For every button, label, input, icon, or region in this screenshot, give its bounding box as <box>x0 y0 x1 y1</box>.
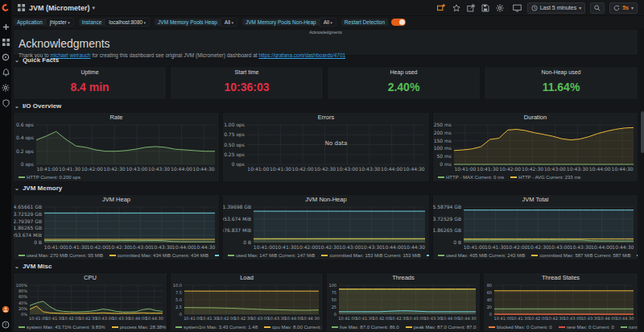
time-range-picker[interactable]: Last 5 minutes <box>527 2 586 14</box>
svg-text:10:43:00: 10:43:00 <box>130 244 151 250</box>
svg-text:10:44:00: 10:44:00 <box>171 166 192 172</box>
svg-text:10:42:30: 10:42:30 <box>390 316 407 321</box>
refresh-picker[interactable]: 5s <box>609 2 638 14</box>
chart-legend: system Max: 43.71% Current: 9.83%process… <box>14 322 167 331</box>
explore-icon[interactable] <box>2 53 10 61</box>
legend-item[interactable]: HTTP - AVG Current: 233 ms <box>510 175 580 180</box>
legend-item[interactable]: system1m Max: 3.43 Current: 1.48 <box>175 325 258 330</box>
variable-value-dropdown[interactable]: jhipster <box>46 18 74 27</box>
row-quick-facts[interactable]: ⌄ Quick Facts <box>14 56 59 64</box>
svg-text:10:43:30: 10:43:30 <box>112 316 130 321</box>
legend-item[interactable]: max Max: 5.119 GiB Current: 5.119 GiB <box>637 253 638 258</box>
legend-item[interactable]: max Max: 1.236 GiB Current: 1.234 GiB <box>427 253 429 258</box>
dashboard-link[interactable]: https://grafana.com/dashboards/4701 <box>258 52 345 58</box>
legend-item[interactable]: live Max: 87.0 Current: 86.0 <box>332 325 399 330</box>
user-avatar[interactable] <box>2 305 10 313</box>
panel-title[interactable]: JVM Total <box>433 195 638 204</box>
svg-text:No data: No data <box>325 140 348 147</box>
svg-text:2.5: 2.5 <box>175 305 182 309</box>
configuration-gear-icon[interactable] <box>2 84 10 92</box>
svg-text:10:42:30: 10:42:30 <box>527 244 549 250</box>
panel-title[interactable]: Rate <box>14 113 219 122</box>
row-io-overview[interactable]: ⌄ I/O Overview <box>14 102 61 110</box>
svg-text:10:41:00: 10:41:00 <box>44 244 66 250</box>
dashboard-title-caret-icon[interactable]: ▾ <box>93 5 96 11</box>
panel-title[interactable]: JVM Non-Heap <box>223 195 429 204</box>
dashboard-title[interactable]: JVM (Micrometer) <box>29 4 90 12</box>
variable-jvm-memory-pools-non-heap[interactable]: JVM Memory Pools Non-Heap All <box>242 18 336 27</box>
panel-title[interactable]: CPU <box>14 273 167 282</box>
legend-item[interactable]: used Max: 270 MiB Current: 95 MiB <box>19 253 103 258</box>
legend-item[interactable]: system Max: 43.71% Current: 9.83% <box>19 325 105 330</box>
panel-threads: Threads 100755025010:41:0010:41:3010:42:… <box>326 272 481 332</box>
legend-item[interactable]: peak Max: 87.0 Current: 87.0 <box>406 325 477 330</box>
server-admin-shield-icon[interactable] <box>2 99 10 107</box>
variable-jvm-memory-pools-heap[interactable]: JVM Memory Pools Heap All <box>155 18 237 27</box>
svg-text:10:43:30: 10:43:30 <box>268 316 286 321</box>
panel-cpu: CPU 100%80%60%40%20%0%10:41:0010:41:3010… <box>13 272 167 332</box>
legend-item[interactable]: runnable Max: 15 Current: 15 <box>621 325 638 330</box>
panel-title[interactable]: Load <box>171 273 323 282</box>
panel-title[interactable]: Acknowledgments <box>14 30 638 35</box>
dashboards-icon[interactable] <box>2 38 10 46</box>
legend-item[interactable]: process Max: 28.38% Current: 3.75% <box>112 325 167 330</box>
legend-item[interactable]: blocked Max: 0 Current: 0 <box>489 325 552 330</box>
panel-title[interactable]: JVM Heap <box>14 195 219 204</box>
time-range-caret-icon <box>579 5 581 10</box>
legend-item[interactable]: HTTP - MAX Current: 0 ms <box>438 175 504 180</box>
legend-item[interactable]: new Max: 0 Current: 0 <box>559 325 614 330</box>
chart-legend: system1m Max: 3.43 Current: 1.48cpu Max:… <box>171 322 323 331</box>
row-jvm-memory[interactable]: ⌄ JVM Memory <box>14 185 62 192</box>
scrollbar-thumb[interactable] <box>641 111 644 153</box>
variable-value-dropdown[interactable]: All <box>320 18 336 27</box>
panel-title[interactable]: Non-Heap used <box>485 69 638 75</box>
panel-title[interactable]: Uptime <box>14 69 166 75</box>
legend-item[interactable]: used Max: 405 MiB Current: 243 MiB <box>438 253 525 258</box>
legend-item[interactable]: used Max: 147 MiB Current: 147 MiB <box>228 253 315 258</box>
save-icon[interactable] <box>481 3 490 13</box>
zoom-out-button[interactable] <box>590 2 605 14</box>
variable-value-dropdown[interactable]: All <box>221 18 237 27</box>
star-icon[interactable] <box>452 3 461 13</box>
scrollbar-track[interactable] <box>640 0 644 332</box>
svg-text:10:43:00: 10:43:00 <box>548 244 570 250</box>
row-jvm-misc[interactable]: ⌄ JVM Misc <box>14 263 52 270</box>
svg-text:0 ops: 0 ops <box>232 161 245 168</box>
variable-instance[interactable]: Instance localhost:8080 <box>79 18 150 27</box>
chart-legend: used Max: 270 MiB Current: 95 MiBcommitt… <box>14 251 219 259</box>
legend-item[interactable]: committed Max: 587 MiB Current: 587 MiB <box>531 253 630 258</box>
svg-text:25: 25 <box>332 305 336 309</box>
svg-text:10:42:00: 10:42:00 <box>296 244 318 250</box>
legend-item[interactable]: committed Max: 434 MiB Current: 434 MiB <box>109 253 208 258</box>
legend-item[interactable]: max Max: 3.885 GiB Current: 3.885 GiB <box>215 253 219 258</box>
svg-text:10:44:30: 10:44:30 <box>612 244 634 250</box>
restart-detection-toggle[interactable] <box>391 19 406 26</box>
grafana-logo-icon[interactable] <box>2 3 10 11</box>
legend-item[interactable]: HTTP Current: 0.200 ops <box>19 175 80 180</box>
dashboard-grid-icon <box>16 3 26 13</box>
svg-text:50: 50 <box>332 297 336 302</box>
chart-legend <box>223 172 429 181</box>
panel-title[interactable]: Threads <box>327 273 480 282</box>
svg-text:0 ms: 0 ms <box>440 161 452 167</box>
svg-text:0.4 ops: 0.4 ops <box>16 135 34 141</box>
panel-title[interactable]: Heap used <box>328 69 480 75</box>
dashboard-settings-gear-icon[interactable] <box>495 3 505 13</box>
stat-value: 11.64% <box>485 75 638 99</box>
panel-title[interactable]: Start time <box>171 69 323 75</box>
legend-item[interactable]: committed Max: 153 MiB Current: 153 MiB <box>321 253 420 258</box>
panel-title[interactable]: Errors <box>223 113 429 122</box>
cycle-view-tv-icon[interactable] <box>513 3 522 13</box>
add-panel-icon[interactable] <box>437 3 447 13</box>
alerting-bell-icon[interactable] <box>2 68 10 77</box>
panel-title[interactable]: Thread States <box>484 273 638 282</box>
share-icon[interactable] <box>466 3 476 13</box>
help-icon[interactable]: ? <box>2 321 10 329</box>
add-icon[interactable] <box>2 23 10 31</box>
variable-value-dropdown[interactable]: localhost:8080 <box>105 18 150 27</box>
variable-application[interactable]: Application jhipster <box>14 18 74 27</box>
legend-item[interactable]: cpu Max: 8.00 Current: 8.00 <box>264 325 323 330</box>
svg-text:1.86265 GB: 1.86265 GB <box>433 227 461 233</box>
stat-value: 2.40% <box>328 75 480 99</box>
panel-title[interactable]: Duration <box>433 113 638 122</box>
